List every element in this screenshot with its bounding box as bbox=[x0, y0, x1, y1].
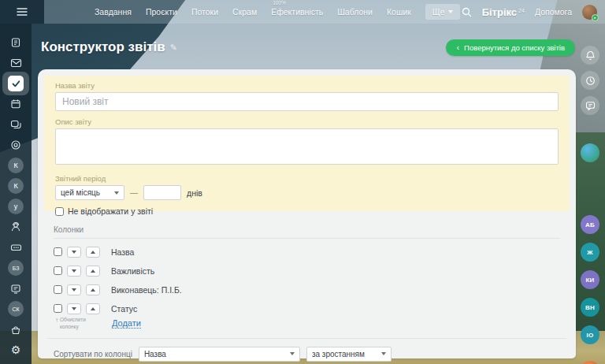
sort-column-value: Назва bbox=[144, 350, 166, 358]
period-label: Звітний період bbox=[55, 174, 559, 183]
divider bbox=[54, 238, 560, 239]
sidebar-item-boards[interactable] bbox=[0, 280, 32, 297]
arrow-down-icon bbox=[72, 288, 76, 292]
notifications-button[interactable] bbox=[581, 46, 599, 65]
description-label: Опис звіту bbox=[55, 117, 559, 126]
period-row: цей місяць — днів bbox=[55, 185, 559, 200]
sidebar-item-settings[interactable]: ⚙ bbox=[0, 341, 32, 358]
avatar-initial: К bbox=[8, 158, 24, 173]
move-up-button[interactable] bbox=[86, 284, 100, 295]
chevron-left-icon: ‹ bbox=[456, 43, 459, 52]
edit-title-icon[interactable]: ✎ bbox=[170, 43, 177, 53]
sidebar-item-market[interactable] bbox=[0, 321, 32, 338]
time-tracker-button[interactable] bbox=[581, 71, 599, 90]
avatar-initials: Ж bbox=[587, 249, 593, 256]
page-title: Конструктор звітів bbox=[41, 39, 165, 55]
sidebar-item-support[interactable] bbox=[0, 218, 32, 236]
sidebar-item-messenger[interactable] bbox=[0, 116, 32, 133]
up-arrow-icon: ↑ bbox=[55, 317, 58, 324]
add-column-link[interactable]: Додати bbox=[112, 318, 141, 329]
calc-add-row: ↑ Обчислити колонку Додати bbox=[54, 317, 560, 331]
back-to-reports-button[interactable]: ‹ Повернутися до списку звітів bbox=[446, 39, 575, 56]
calc-column-hint: Обчислити колонку bbox=[60, 317, 101, 331]
column-row: Статус bbox=[54, 303, 560, 314]
ck-badge: СК bbox=[8, 301, 24, 317]
sidebar-chat-avatar-1[interactable]: К bbox=[0, 157, 32, 174]
chat-avatar-io[interactable]: ІО bbox=[581, 325, 599, 344]
report-name-input[interactable] bbox=[55, 92, 559, 111]
sidebar-chat-avatar-2[interactable]: К bbox=[0, 177, 32, 195]
topbar-right: Бітрікс 24 Допомога ▸ bbox=[462, 5, 605, 20]
menu-item-scrum[interactable]: Скрам bbox=[232, 7, 257, 17]
columns-title: Колонки bbox=[54, 225, 560, 234]
sort-column-select[interactable]: Назва bbox=[139, 347, 300, 362]
sidebar-item-feed[interactable] bbox=[0, 34, 32, 51]
search-icon bbox=[462, 7, 472, 17]
column-checkbox[interactable] bbox=[54, 266, 62, 275]
arrow-down-icon bbox=[72, 269, 76, 273]
mail-icon bbox=[10, 58, 22, 68]
sort-direction-select[interactable]: за зростанням bbox=[306, 347, 392, 362]
menu-item-flows[interactable]: Потоки bbox=[191, 7, 218, 17]
search-button[interactable] bbox=[462, 7, 472, 17]
sidebar-item-tasks[interactable] bbox=[0, 75, 32, 92]
report-description-textarea[interactable] bbox=[55, 128, 559, 165]
menu-item-more[interactable]: Ще bbox=[425, 4, 460, 20]
menu-item-templates[interactable]: Шаблони bbox=[337, 7, 373, 17]
period-select[interactable]: цей місяць bbox=[55, 185, 124, 200]
support-headset-icon bbox=[10, 221, 21, 232]
globe-avatar[interactable] bbox=[581, 143, 599, 162]
chat-avatar-zh[interactable]: Ж bbox=[581, 243, 599, 262]
menu-item-efficiency[interactable]: 100% Ефективність bbox=[271, 7, 323, 17]
chat-avatar-vn[interactable]: ВН bbox=[581, 298, 599, 317]
chat-avatar-ab[interactable]: АБ bbox=[581, 215, 599, 234]
move-up-button[interactable] bbox=[86, 303, 100, 314]
calendar-icon bbox=[10, 98, 21, 110]
move-down-button[interactable] bbox=[67, 303, 81, 314]
period-separator: — bbox=[130, 188, 138, 197]
column-row: Назва bbox=[54, 246, 560, 258]
hamburger-menu-button[interactable] bbox=[0, 0, 44, 24]
photo-avatar[interactable] bbox=[581, 361, 599, 364]
sidebar-item-mail[interactable] bbox=[0, 54, 32, 72]
hide-in-report-checkbox[interactable] bbox=[55, 207, 64, 216]
back-button-label: Повернутися до списку звітів bbox=[464, 43, 565, 52]
days-input[interactable] bbox=[143, 185, 181, 200]
menu-item-projects[interactable]: Проєкти bbox=[146, 7, 177, 17]
bitrix24-logo[interactable]: Бітрікс 24 bbox=[482, 6, 525, 18]
sidebar-chat-avatar-3[interactable]: у bbox=[0, 198, 32, 215]
sidebar-item-ck[interactable]: СК bbox=[0, 300, 32, 318]
menu-item-tasks[interactable]: Завдання bbox=[95, 7, 132, 17]
sort-direction-value: за зростанням bbox=[312, 350, 365, 358]
column-checkbox[interactable] bbox=[54, 247, 62, 256]
move-down-button[interactable] bbox=[67, 266, 81, 277]
sidebar-item-knowledge-base[interactable]: БЗ bbox=[0, 259, 32, 277]
menu-item-basket[interactable]: Кошик bbox=[387, 7, 411, 17]
chat-avatar-ki[interactable]: КИ bbox=[581, 270, 599, 289]
days-label: днів bbox=[187, 188, 202, 198]
column-checkbox[interactable] bbox=[54, 285, 62, 294]
column-checkbox[interactable] bbox=[54, 304, 62, 313]
chat-panel-button[interactable] bbox=[581, 96, 599, 115]
move-up-button[interactable] bbox=[86, 266, 100, 277]
sidebar-item-drive[interactable] bbox=[0, 239, 32, 256]
menu-item-efficiency-label: Ефективність bbox=[271, 7, 323, 17]
feed-icon bbox=[10, 37, 21, 48]
move-down-button[interactable] bbox=[67, 284, 81, 295]
messenger-icon bbox=[10, 120, 22, 130]
move-down-button[interactable] bbox=[67, 247, 81, 258]
sidebar-item-calendar[interactable] bbox=[0, 95, 32, 113]
chat-bubble-icon bbox=[585, 101, 596, 111]
sidebar-item-crm[interactable] bbox=[0, 136, 32, 154]
column-label: Важливість bbox=[111, 266, 154, 276]
avatar-initials: АБ bbox=[585, 221, 595, 228]
move-up-button[interactable] bbox=[86, 247, 100, 258]
help-link[interactable]: Допомога bbox=[535, 7, 572, 17]
drive-icon bbox=[10, 243, 22, 252]
main-content: Конструктор звітів ✎ ‹ Повернутися до сп… bbox=[32, 24, 576, 364]
sort-label: Сортувати по колонці bbox=[54, 350, 132, 358]
avatar-initials: КИ bbox=[585, 277, 594, 284]
arrow-down-icon bbox=[72, 251, 76, 254]
user-avatar[interactable]: ▸ bbox=[582, 5, 597, 20]
arrow-up-icon bbox=[91, 251, 95, 254]
